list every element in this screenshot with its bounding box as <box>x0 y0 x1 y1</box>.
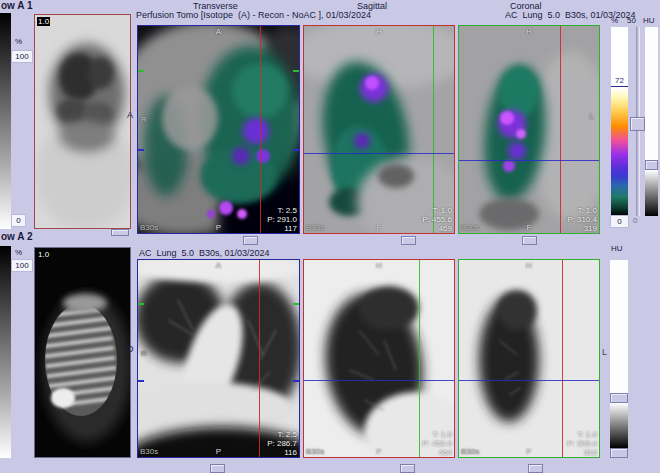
slice-number: 117 <box>267 224 297 233</box>
fused-transverse-image <box>138 26 299 233</box>
slice-tick-blue <box>293 149 299 151</box>
crosshair-horizontal-line[interactable] <box>459 160 599 161</box>
hu-gradient <box>645 170 658 216</box>
crosshair-vertical-line[interactable] <box>260 26 261 233</box>
hu-scale-label: HU <box>643 16 655 25</box>
slice-position: P: 303.4 <box>567 439 597 448</box>
orientation-label-top: H <box>526 261 532 270</box>
hu-window-slider-top[interactable] <box>645 27 658 216</box>
hu-slider-handle-upper[interactable] <box>610 393 628 403</box>
slice-thickness: T: 1.0 <box>422 206 452 215</box>
kernel-label: B30s <box>461 447 479 456</box>
blend-value-label: 50 <box>627 16 636 25</box>
slice-thickness: T: 1.0 <box>422 430 452 439</box>
a1-lower-threshold-field[interactable]: 0 <box>11 214 26 227</box>
fused-sagittal-image <box>304 26 454 233</box>
slice-position: P: 286.7 <box>267 439 297 448</box>
gutter-orientation-bottom-right: L <box>602 347 607 357</box>
ct-transverse-image <box>138 260 299 457</box>
crosshair-vertical-line[interactable] <box>259 260 260 457</box>
scroll-handle-sagittal-bottom[interactable] <box>400 464 415 473</box>
viewport-fused-coronal[interactable]: H L B30s F T: 1.0 P: 310.4 319 <box>458 25 600 234</box>
slice-number: 319 <box>567 224 597 233</box>
scale-lower-threshold-field[interactable]: 0 <box>610 215 629 228</box>
gutter-orientation-top: A <box>127 110 133 120</box>
hu-track-upper <box>645 27 658 160</box>
kernel-label: B30s <box>140 447 158 456</box>
scroll-handle-sagittal-top[interactable] <box>401 236 416 245</box>
slice-tick-green <box>138 70 144 72</box>
spect-color-scale-bar[interactable] <box>611 27 628 216</box>
scroll-handle-transverse-top[interactable] <box>243 236 258 245</box>
slice-position: P: 291.0 <box>267 215 297 224</box>
slice-info-block: T: 1.0 P: 310.4 319 <box>567 206 597 233</box>
orientation-label-top: H <box>376 27 382 36</box>
a2-colormap-strip <box>0 246 11 458</box>
scale-percent-label: % <box>611 16 618 25</box>
crosshair-vertical-line[interactable] <box>433 26 434 233</box>
a2-percent-label: % <box>15 248 22 257</box>
viewport-ct-coronal[interactable]: H B30s F T: 1.0 P: 303.4 316 <box>458 259 600 458</box>
hu-slider-handle-lower[interactable] <box>610 448 628 458</box>
slice-position: P: 452.0 <box>422 439 452 448</box>
hu-scale-label-bottom: HU <box>611 244 623 253</box>
ct-sagittal-image <box>304 260 454 457</box>
a1-zoom-factor-chip: 1.0 <box>37 17 50 26</box>
viewport-a2-vrt[interactable]: 1.0 <box>34 247 131 458</box>
slice-tick-blue <box>293 380 299 382</box>
ct-series-label-bottom: AC Lung 5.0 B30s, 01/03/2024 <box>139 248 270 258</box>
slice-info-block: T: 1.0 P: 455.6 469 <box>422 206 452 233</box>
a1-upper-threshold-field[interactable]: 100 <box>11 50 33 63</box>
a2-upper-threshold-field[interactable]: 100 <box>11 259 33 272</box>
hu-slider-handle[interactable] <box>645 160 658 170</box>
a1-percent-label: % <box>15 37 22 46</box>
slice-info-block: T: 2.5 P: 291.0 117 <box>267 206 297 233</box>
viewport-fused-sagittal[interactable]: H B30s F T: 1.0 P: 455.6 469 <box>303 25 455 234</box>
viewport-ct-sagittal[interactable]: H B30s F T: 1.0 P: 452.0 464 <box>303 259 455 458</box>
slice-thickness: T: 1.0 <box>567 206 597 215</box>
slice-thickness: T: 1.0 <box>567 430 597 439</box>
crosshair-horizontal-line[interactable] <box>304 380 454 381</box>
color-scale-gradient <box>611 88 628 216</box>
hu-track-upper <box>610 260 628 393</box>
slice-info-block: T: 1.0 P: 303.4 316 <box>567 430 597 457</box>
fused-series-label: Perfusion Tomo [Isotope (A) - Recon - No… <box>136 10 371 20</box>
slice-info-block: T: 1.0 P: 452.0 464 <box>422 430 452 457</box>
orientation-label-bottom: F <box>527 447 532 456</box>
slice-thickness: T: 2.5 <box>267 430 297 439</box>
blend-slider-handle[interactable] <box>630 117 645 131</box>
slice-tick-green <box>293 303 299 305</box>
ct-coronal-image <box>459 260 599 457</box>
scroll-handle-coronal-bottom[interactable] <box>528 464 543 473</box>
orientation-label-right: L <box>590 112 594 121</box>
orientation-label-top: A <box>216 27 221 36</box>
slice-number: 469 <box>422 224 452 233</box>
viewport-fused-transverse[interactable]: A R B30s P T: 2.5 P: 291.0 117 <box>137 25 300 234</box>
a1-colormap-strip <box>0 13 11 229</box>
upper-threshold-marker[interactable]: 72 <box>611 76 628 87</box>
crosshair-vertical-line[interactable] <box>419 260 420 457</box>
hu-window-slider-bottom[interactable] <box>610 260 628 458</box>
kernel-label: B30s <box>461 223 479 232</box>
slice-position: P: 310.4 <box>567 215 597 224</box>
viewport-ct-transverse[interactable]: A R B30s P T: 2.5 P: 286.7 116 <box>137 259 300 458</box>
orientation-label-bottom: F <box>377 447 382 456</box>
orientation-label-left: R <box>141 115 147 124</box>
scroll-handle-transverse-bottom[interactable] <box>210 464 225 473</box>
crosshair-vertical-line[interactable] <box>560 26 561 233</box>
a1-scroll-handle[interactable] <box>111 229 129 236</box>
vrt-ribcage-image <box>35 248 130 457</box>
application-window: ow A 1 % 100 0 1.0 ow A 2 % 100 <box>0 0 660 473</box>
crosshair-horizontal-line[interactable] <box>304 153 454 154</box>
crosshair-horizontal-line[interactable] <box>459 380 599 381</box>
slice-tick-blue <box>138 380 144 382</box>
viewport-a1-planar[interactable]: 1.0 <box>34 14 131 229</box>
gutter-orientation-bottom-left: D <box>127 344 134 354</box>
crosshair-vertical-line[interactable] <box>562 260 563 457</box>
slice-tick-green <box>293 70 299 72</box>
scroll-handle-coronal-top[interactable] <box>522 236 537 245</box>
orientation-label-left: R <box>141 349 147 358</box>
fused-coronal-image <box>459 26 599 233</box>
slice-tick-green <box>138 303 144 305</box>
orientation-label-bottom: F <box>527 223 532 232</box>
